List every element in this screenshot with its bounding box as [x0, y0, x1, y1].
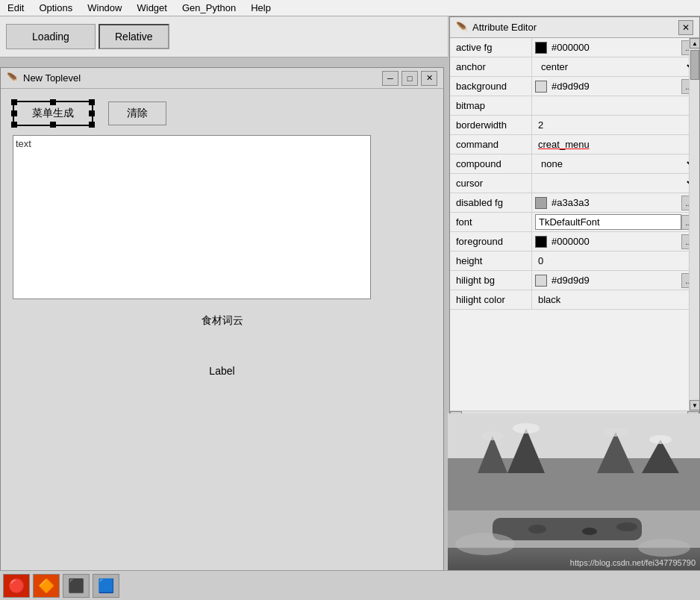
- taskbar-icon-1[interactable]: 🔴: [3, 574, 30, 598]
- anchor-dropdown[interactable]: center nneese sswwnw: [535, 59, 696, 75]
- height-input[interactable]: [535, 254, 696, 268]
- active-fg-swatch[interactable]: [535, 42, 547, 54]
- relative-button[interactable]: Relative: [99, 24, 169, 49]
- attr-row-font: font ...: [450, 213, 699, 232]
- textarea-container: text: [13, 135, 371, 299]
- food-cloud-label: 食材词云: [13, 308, 431, 334]
- svg-point-8: [481, 431, 504, 440]
- background-input[interactable]: [549, 79, 681, 93]
- bitmap-input[interactable]: [535, 99, 696, 113]
- attr-editor-title: Attribute Editor: [472, 22, 537, 33]
- attr-name-bitmap: bitmap: [450, 96, 532, 115]
- taskbar-icon-4[interactable]: 🟦: [93, 574, 119, 598]
- menu-edit[interactable]: Edit: [3, 1, 28, 15]
- close-button[interactable]: ✕: [421, 71, 437, 86]
- cursor-dropdown[interactable]: arrowhand2wait: [535, 175, 696, 191]
- font-input[interactable]: [535, 214, 681, 230]
- taskbar-icon-2[interactable]: 🔶: [33, 574, 60, 598]
- scroll-up-button[interactable]: ▲: [690, 38, 700, 49]
- attr-value-anchor: center nneese sswwnw: [532, 57, 699, 76]
- handle-mr: [89, 110, 95, 116]
- clear-button[interactable]: 清除: [108, 101, 166, 125]
- attr-name-command: command: [450, 135, 532, 154]
- bg-swatch[interactable]: [535, 81, 547, 93]
- window-controls: ─ □ ✕: [382, 71, 437, 86]
- borderwidth-input[interactable]: [535, 118, 696, 132]
- attr-row-height: height: [450, 251, 699, 271]
- handle-br: [89, 122, 95, 128]
- attr-row-hilight-bg: hilight bg ...: [450, 271, 699, 290]
- foreground-swatch[interactable]: [535, 236, 547, 248]
- attr-name-compound: compound: [450, 154, 532, 173]
- attr-value-command: [532, 135, 699, 154]
- attr-value-cursor: arrowhand2wait: [532, 174, 699, 193]
- background-photo: https://blog.csdn.net/fei347795790: [448, 413, 700, 570]
- svg-point-10: [604, 428, 628, 437]
- window-titlebar: 🪶 New Toplevel ─ □ ✕: [1, 68, 443, 89]
- attr-name-cursor: cursor: [450, 174, 532, 193]
- toplevel-content: 菜单生成 清除 text 食材词云 Label: [1, 89, 443, 411]
- command-input[interactable]: [535, 137, 696, 151]
- attr-value-hilight-bg: ...: [532, 271, 699, 290]
- vertical-scrollbar[interactable]: ▲ ▼: [689, 38, 699, 410]
- hilight-bg-swatch[interactable]: [535, 275, 547, 287]
- attr-name-disabled-fg: disabled fg: [450, 193, 532, 212]
- attr-value-disabled-fg: ...: [532, 193, 699, 212]
- compound-dropdown[interactable]: none leftrighttopbottom: [535, 156, 696, 172]
- attr-name-active-fg: active fg: [450, 38, 532, 57]
- attr-name-foreground: foreground: [450, 232, 532, 251]
- disabled-fg-input[interactable]: [549, 196, 681, 210]
- attr-row-cursor: cursor arrowhand2wait: [450, 174, 699, 193]
- attr-value-height: [532, 251, 699, 270]
- active-fg-input[interactable]: [549, 40, 681, 54]
- svg-point-9: [513, 423, 540, 434]
- text-area[interactable]: [13, 135, 371, 299]
- text-area-label: text: [16, 138, 31, 149]
- scroll-down-button[interactable]: ▼: [690, 400, 700, 410]
- menu-help[interactable]: Help: [246, 1, 275, 15]
- attr-editor-titlebar: 🪶 Attribute Editor ✕: [450, 17, 699, 38]
- foreground-input[interactable]: [549, 234, 681, 249]
- attr-name-background: background: [450, 77, 532, 96]
- menu-generate-button[interactable]: 菜单生成: [13, 101, 93, 126]
- svg-point-13: [582, 528, 597, 535]
- loading-button[interactable]: Loading: [6, 24, 96, 49]
- attr-name-height: height: [450, 251, 532, 270]
- handle-tl: [11, 99, 17, 105]
- menu-window[interactable]: Window: [83, 1, 126, 15]
- attr-row-command: command: [450, 135, 699, 154]
- attr-row-borderwidth: borderwidth: [450, 116, 699, 135]
- menu-gen-python[interactable]: Gen_Python: [178, 1, 240, 15]
- handle-bl: [11, 122, 17, 128]
- handle-tm: [50, 99, 56, 105]
- attr-editor-close-button[interactable]: ✕: [678, 20, 693, 35]
- attr-name-hilight-bg: hilight bg: [450, 271, 532, 290]
- attr-value-bitmap: [532, 96, 699, 115]
- attr-row-bitmap: bitmap: [450, 96, 699, 116]
- attr-value-foreground: ...: [532, 232, 699, 251]
- taskbar-icon-3[interactable]: ⬛: [63, 574, 90, 598]
- disabled-fg-swatch[interactable]: [535, 197, 547, 209]
- attr-name-borderwidth: borderwidth: [450, 116, 532, 134]
- attr-name-font: font: [450, 213, 532, 231]
- menu-widget[interactable]: Widget: [132, 1, 171, 15]
- maximize-button[interactable]: □: [401, 71, 418, 86]
- toolbar-area: Loading Relative: [0, 16, 448, 57]
- attr-value-hilight-color: [532, 290, 699, 309]
- svg-point-12: [528, 525, 546, 534]
- handle-tr: [89, 99, 95, 105]
- hilight-bg-input[interactable]: [549, 273, 681, 287]
- attr-editor-title-left: 🪶 Attribute Editor: [456, 22, 537, 33]
- svg-point-15: [455, 533, 515, 555]
- scrollbar-thumb[interactable]: [690, 50, 699, 80]
- svg-point-16: [638, 539, 690, 557]
- attr-row-hilight-color: hilight color: [450, 290, 699, 310]
- attr-scroll-area[interactable]: active fg ... anchor center nneese sswwn…: [450, 38, 699, 404]
- menu-options[interactable]: Options: [34, 1, 77, 15]
- handle-bm: [50, 122, 56, 128]
- minimize-button[interactable]: ─: [382, 71, 399, 86]
- menu-bar: Edit Options Window Widget Gen_Python He…: [0, 0, 700, 16]
- hilight-color-input[interactable]: [535, 293, 696, 307]
- svg-point-11: [649, 435, 672, 444]
- photo-url-text: https://blog.csdn.net/fei347795790: [570, 558, 696, 567]
